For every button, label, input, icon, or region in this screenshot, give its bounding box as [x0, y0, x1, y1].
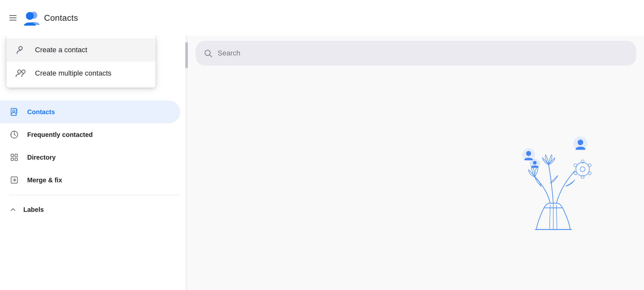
sidebar: Create a contact Create multiple contact…: [0, 36, 188, 290]
contacts-logo-icon: [23, 9, 40, 26]
svg-point-15: [14, 179, 15, 180]
create-multiple-contacts-item[interactable]: Create multiple contacts: [6, 62, 155, 85]
contacts-illustration: [501, 109, 605, 239]
svg-point-22: [533, 161, 536, 164]
history-icon: [9, 129, 19, 140]
search-input[interactable]: [218, 49, 628, 57]
merge-fix-label: Merge & fix: [27, 176, 62, 184]
grid-icon: [9, 152, 19, 163]
contacts-nav-label: Contacts: [27, 108, 55, 116]
frequently-contacted-label: Frequently contacted: [27, 131, 93, 139]
svg-point-3: [17, 70, 21, 73]
app-logo[interactable]: Contacts: [23, 9, 78, 26]
sidebar-item-labels[interactable]: Labels: [0, 198, 188, 221]
svg-point-4: [22, 70, 25, 73]
merge-icon: [9, 175, 19, 185]
person-add-icon: [16, 44, 27, 56]
svg-rect-12: [11, 158, 14, 161]
svg-point-2: [19, 46, 22, 50]
chevron-up-icon: [9, 206, 17, 213]
contacts-nav-icon: [9, 107, 19, 117]
sidebar-item-frequently-contacted[interactable]: Frequently contacted: [0, 123, 180, 146]
directory-label: Directory: [27, 154, 56, 161]
svg-point-34: [526, 151, 531, 156]
svg-point-6: [13, 110, 15, 112]
create-contact-label: Create a contact: [35, 46, 87, 54]
svg-point-26: [588, 164, 592, 167]
svg-line-18: [550, 205, 550, 229]
sidebar-item-contacts[interactable]: Contacts: [0, 101, 180, 123]
illustration-area: [188, 71, 644, 290]
labels-section-label: Labels: [23, 206, 44, 213]
search-bar[interactable]: [196, 41, 636, 66]
content-area: [188, 36, 644, 290]
svg-rect-11: [15, 154, 17, 157]
main-layout: Create a contact Create multiple contact…: [0, 36, 644, 290]
create-dropdown-menu: Create a contact Create multiple contact…: [6, 36, 155, 88]
menu-button[interactable]: [5, 10, 21, 26]
search-bar-container: [188, 36, 644, 71]
search-icon: [203, 49, 213, 58]
app-header: Contacts: [0, 0, 644, 36]
hamburger-icon: [9, 15, 17, 20]
sidebar-scrollbar[interactable]: [185, 36, 188, 290]
svg-rect-13: [15, 158, 17, 161]
sidebar-item-merge-fix[interactable]: Merge & fix: [0, 169, 180, 191]
scrollbar-thumb: [185, 42, 188, 68]
svg-point-29: [574, 172, 577, 175]
sidebar-divider: [9, 195, 180, 195]
svg-point-1: [26, 12, 34, 20]
svg-line-17: [210, 55, 212, 57]
svg-point-30: [574, 164, 577, 167]
svg-point-27: [588, 172, 592, 175]
svg-point-32: [578, 139, 583, 145]
sidebar-item-directory[interactable]: Directory: [0, 146, 180, 169]
create-contact-item[interactable]: Create a contact: [6, 38, 155, 62]
svg-rect-10: [11, 154, 14, 157]
svg-line-20: [557, 205, 557, 229]
app-title: Contacts: [44, 13, 78, 23]
create-multiple-label: Create multiple contacts: [35, 69, 111, 78]
svg-point-24: [580, 167, 585, 172]
svg-point-23: [576, 163, 590, 176]
people-add-icon: [16, 67, 27, 79]
